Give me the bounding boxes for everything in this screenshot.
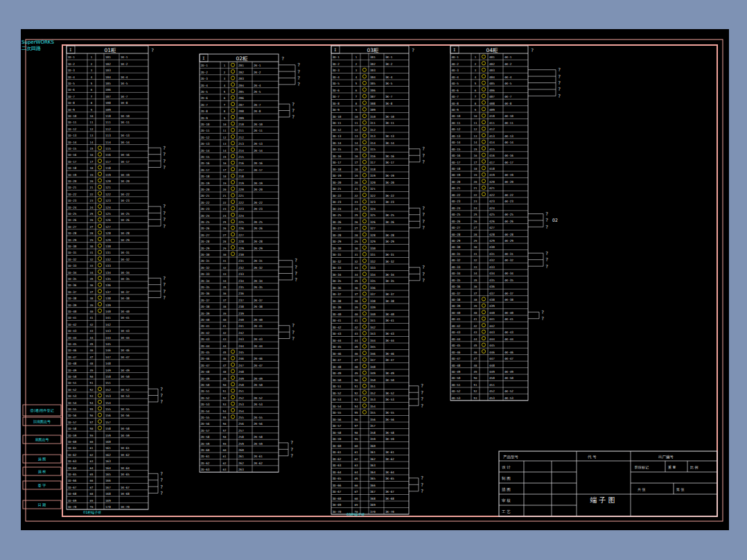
wire-number: 321 <box>370 187 376 191</box>
titleblock-cell-label: 出厂编号 <box>658 455 674 459</box>
terminal-label: 3D-14 <box>333 141 342 145</box>
wire-number: 209 <box>238 116 244 120</box>
terminal-label: 1D-16 <box>68 153 77 157</box>
terminal-number: 47 <box>355 358 358 362</box>
terminal-number: 20 <box>474 180 477 184</box>
terminal-number: 33 <box>474 265 477 269</box>
terminal-label: 2D-47 <box>201 364 210 367</box>
terminal-label: 3D-39 <box>333 306 342 309</box>
destination-label: 3K-61 <box>385 450 394 454</box>
wire-number: 203 <box>238 77 244 80</box>
terminal-number: 58 <box>223 435 227 439</box>
destination-label: 3K-55 <box>385 411 394 414</box>
terminal-number: 39 <box>355 306 358 309</box>
unresolved-mark: ? <box>297 76 300 81</box>
terminal-label: 2D-53 <box>201 403 210 406</box>
destination-label: 2K-52 <box>254 396 263 400</box>
unresolved-mark: ? <box>163 204 166 209</box>
wire-number: 432 <box>489 259 495 262</box>
terminal-label: 1D-6 <box>68 88 76 91</box>
terminal-number: 15 <box>474 148 477 151</box>
terminal-number: 39 <box>474 304 477 308</box>
wire-number: 248 <box>238 370 244 374</box>
terminal-label: 2D-46 <box>201 357 210 360</box>
destination-label: 4K-47 <box>504 357 513 360</box>
terminal-label: 3D-11 <box>333 121 342 125</box>
terminal-label: 1D-13 <box>68 134 77 137</box>
wire-number: 228 <box>238 240 244 243</box>
terminal-label: 1D-57 <box>68 421 77 424</box>
destination-label: 1K-68 <box>121 492 130 496</box>
terminal-label: 1D-14 <box>68 141 77 144</box>
terminal-label: 4D-4 <box>452 76 459 79</box>
destination-label: 2K-26 <box>254 227 263 230</box>
terminal-number: 36 <box>474 285 477 288</box>
terminal-number: 54 <box>355 405 358 408</box>
terminal-number: 18 <box>90 166 94 170</box>
terminal-label: 4D-28 <box>452 233 461 236</box>
destination-label: 2K-50 <box>254 383 263 387</box>
wire-number: 212 <box>238 136 244 139</box>
terminal-label: 4D-27 <box>452 226 461 229</box>
terminal-label: 2D-17 <box>201 168 210 172</box>
terminal-label: 4D-45 <box>452 344 461 347</box>
wire-number: 445 <box>489 344 495 347</box>
terminal-label: 3D-61 <box>333 450 342 454</box>
wire-number: 165 <box>105 473 111 476</box>
terminal-label: 2D-58 <box>201 435 210 439</box>
terminal-label: 4D-15 <box>452 148 461 151</box>
destination-label: 1K-38 <box>121 297 130 300</box>
terminal-label: 3D-3 <box>333 69 340 72</box>
wire-number: 137 <box>105 290 111 294</box>
terminal-number: 56 <box>90 414 94 417</box>
wire-number: 236 <box>238 292 244 295</box>
wire-number: 257 <box>238 429 244 432</box>
wire-number: 104 <box>105 76 111 79</box>
terminal-number: 16 <box>355 155 358 158</box>
terminal-number: 52 <box>474 390 477 393</box>
wire-number: 419 <box>489 173 495 177</box>
terminal-label: 3D-48 <box>333 365 342 369</box>
terminal-number: 18 <box>474 167 477 170</box>
wire-number: 213 <box>238 142 244 146</box>
table-title: 01柜 <box>104 47 116 53</box>
wire-number: 217 <box>238 168 244 172</box>
margin-box-label: 描 图 <box>38 457 46 462</box>
unresolved-mark: ? <box>163 282 166 288</box>
wire-number: 110 <box>105 114 111 118</box>
wire-number: 116 <box>105 153 111 157</box>
destination-label: 4K-25 <box>504 213 513 216</box>
terminal-label: 3D-41 <box>333 319 342 322</box>
terminal-number: 15 <box>90 147 94 150</box>
terminal-label: 4D-30 <box>452 245 461 249</box>
wire-number: 301 <box>370 55 376 59</box>
wire-number: 164 <box>105 466 111 470</box>
terminal-number: 46 <box>355 352 358 356</box>
destination-label: 1K-19 <box>121 173 130 177</box>
wire-number: 446 <box>489 351 495 354</box>
terminal-number: 38 <box>355 299 358 303</box>
destination-label: 4K-1 <box>504 55 512 59</box>
terminal-number: 12 <box>223 136 227 139</box>
wire-number: 415 <box>489 148 495 151</box>
destination-label: 3K-40 <box>385 313 394 316</box>
terminal-label: 4D-26 <box>452 220 461 223</box>
wire-number: 168 <box>105 492 111 496</box>
destination-label: 3K-22 <box>385 194 394 198</box>
cad-viewport: SuperWORKS 二次回路 端子图 借(通)用件登记旧底图总号底图总号描 图… <box>0 0 747 560</box>
terminal-label: 3D-32 <box>333 260 342 263</box>
terminal-label: 1D-5 <box>68 82 76 85</box>
drawing-canvas: 借(通)用件登记旧底图总号底图总号描 图描 校签 字日 期I01柜?1D-111… <box>0 0 747 560</box>
wire-number: 243 <box>238 338 244 341</box>
terminal-label: 3D-57 <box>333 424 342 428</box>
terminal-number: 48 <box>90 362 94 365</box>
destination-label: 2K-37 <box>254 299 263 302</box>
wire-number: 224 <box>238 214 244 218</box>
wire-number: 122 <box>105 193 111 196</box>
unresolved-mark: ? <box>545 225 548 230</box>
terminal-number: 40 <box>223 318 227 322</box>
terminal-number: 44 <box>355 339 358 342</box>
wire-number: 133 <box>105 264 111 268</box>
destination-label: 4K-40 <box>504 311 513 315</box>
wire-number: 222 <box>238 201 244 204</box>
